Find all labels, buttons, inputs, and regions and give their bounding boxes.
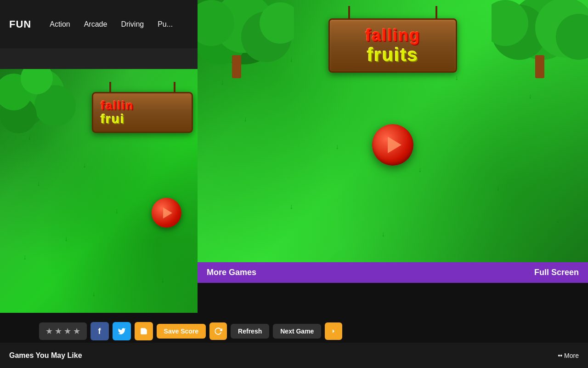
star-3: ★ <box>64 326 71 336</box>
purple-bar: More Games Full Screen <box>198 262 588 283</box>
nav-links: Action Arcade Driving Pu... <box>50 20 173 29</box>
twitter-button[interactable] <box>113 322 131 340</box>
games-you-may-like-label: Games You May Like <box>9 351 82 360</box>
svg-rect-12 <box>232 55 241 78</box>
full-screen-button[interactable]: Full Screen <box>534 268 579 277</box>
star-2: ★ <box>55 326 62 336</box>
navbar: FUN Action Arcade Driving Pu... <box>0 0 198 48</box>
next-arrow-button[interactable] <box>325 322 342 340</box>
secondary-bar <box>0 48 198 69</box>
more-games-link[interactable]: More Games <box>207 268 256 277</box>
bottom-toolbar: ★ ★ ★ ★ f Save Score Refresh Next Game <box>0 320 381 343</box>
svg-rect-18 <box>535 55 544 78</box>
star-4: ★ <box>73 326 80 336</box>
next-game-button[interactable]: Next Game <box>273 324 321 339</box>
refresh-button[interactable]: Refresh <box>231 324 269 339</box>
save-icon-button[interactable] <box>135 322 153 340</box>
facebook-button[interactable]: f <box>90 322 109 340</box>
star-rating[interactable]: ★ ★ ★ ★ <box>39 322 87 340</box>
nav-action[interactable]: Action <box>50 20 70 29</box>
refresh-icon-button[interactable] <box>209 322 227 340</box>
play-ball-small[interactable] <box>152 198 181 228</box>
bg-game-left: ↓ ↓ ↓ ↓ ↓ ↓ ↓ ↓ ↓ ↓ fallin frui <box>0 69 198 313</box>
nav-driving[interactable]: Driving <box>121 20 144 29</box>
save-score-button[interactable]: Save Score <box>157 324 206 339</box>
fruits-sign-left: fallin frui <box>92 92 193 133</box>
play-button[interactable] <box>372 124 413 166</box>
nav-more[interactable]: Pu... <box>158 20 173 29</box>
star-1: ★ <box>45 326 53 336</box>
more-link[interactable]: •• More <box>558 352 579 359</box>
nav-arcade[interactable]: Arcade <box>84 20 107 29</box>
main-game: ↓ ↓ ↓ ↓ ↓ ↓ ↓ ↓ ↓ ↓ ↓ ↓ ↓ ↓ falling frui… <box>198 0 588 262</box>
site-logo[interactable]: FUN <box>9 18 31 30</box>
fruits-sign-main: falling fruits <box>328 18 457 73</box>
bottom-section: Games You May Like •• More <box>0 343 588 368</box>
